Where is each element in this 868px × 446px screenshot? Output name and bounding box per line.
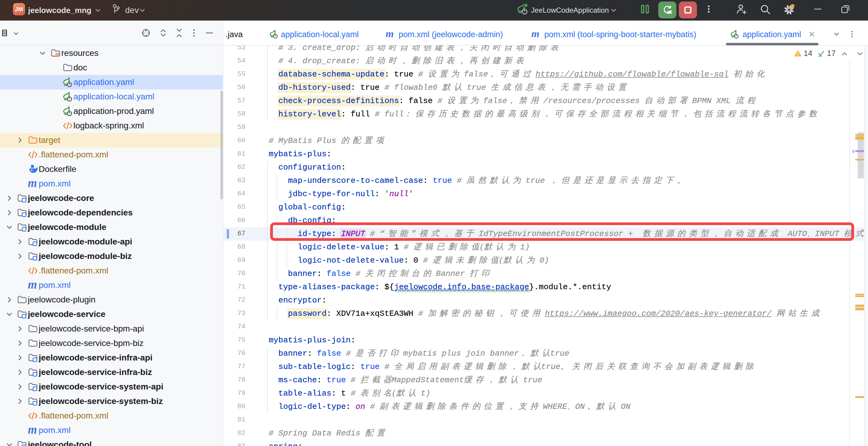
svg-text:m: m [385, 30, 394, 39]
svg-text:m: m [531, 30, 539, 39]
